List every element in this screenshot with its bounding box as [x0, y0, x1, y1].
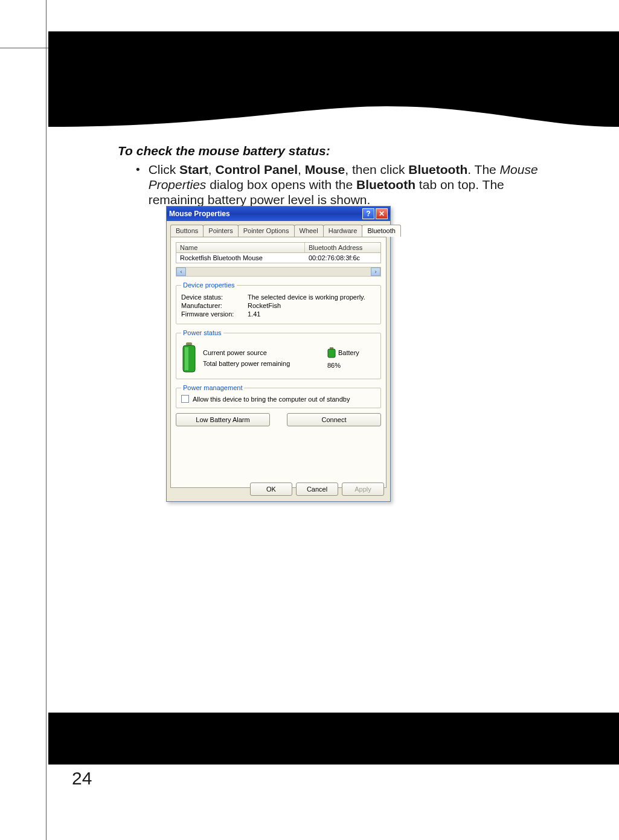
wake-checkbox[interactable]	[181, 395, 189, 403]
tab-wheel[interactable]: Wheel	[294, 225, 324, 237]
col-header-name[interactable]: Name	[176, 243, 305, 252]
header-curve	[48, 31, 619, 127]
power-source-label: Current power source	[203, 349, 321, 356]
tab-buttons[interactable]: Buttons	[170, 225, 204, 237]
tab-pointers[interactable]: Pointers	[203, 225, 238, 237]
svg-rect-4	[328, 349, 335, 357]
tab-pointer-options[interactable]: Pointer Options	[238, 225, 295, 237]
device-properties-legend: Device properties	[181, 281, 237, 289]
device-status-label: Device status:	[181, 293, 248, 301]
ok-button[interactable]: OK	[250, 483, 292, 496]
footer-band	[48, 713, 619, 765]
power-management-group: Power management Allow this device to br…	[176, 384, 381, 408]
device-properties-group: Device properties Device status:The sele…	[176, 281, 381, 324]
mouse-properties-dialog: Mouse Properties ? ✕ Buttons Pointers Po…	[166, 206, 391, 502]
low-battery-alarm-button[interactable]: Low Battery Alarm	[176, 413, 270, 426]
power-source-value: Battery	[338, 349, 359, 356]
apply-button[interactable]: Apply	[342, 483, 384, 496]
svg-rect-0	[186, 342, 192, 345]
header-band	[48, 31, 619, 127]
body-text: To check the mouse battery status: • Cli…	[118, 144, 540, 207]
manufacturer-label: Manufacturer:	[181, 302, 248, 309]
tab-hardware[interactable]: Hardware	[323, 225, 363, 237]
scroll-right-icon[interactable]: ›	[371, 268, 380, 276]
device-list-row[interactable]: Rocketfish Bluetooth Mouse 00:02:76:08:3…	[176, 253, 381, 263]
tab-panel-bluetooth: Name Bluetooth Address Rocketfish Blueto…	[170, 237, 386, 488]
battery-icon	[181, 342, 197, 374]
power-remaining-value: 86%	[327, 362, 341, 369]
manufacturer-value: RocketFish	[248, 302, 376, 309]
power-remaining-label: Total battery power remaining	[203, 360, 321, 367]
device-address: 00:02:76:08:3f:6c	[305, 253, 380, 263]
svg-rect-2	[185, 347, 188, 370]
horizontal-scrollbar[interactable]: ‹ ›	[176, 267, 381, 277]
bullet-text: Click Start, Control Panel, Mouse, then …	[149, 162, 540, 207]
power-status-group: Power status Current power source Total …	[176, 329, 381, 379]
col-header-address[interactable]: Bluetooth Address	[305, 243, 380, 252]
titlebar: Mouse Properties ? ✕	[167, 207, 390, 221]
device-status-value: The selected device is working properly.	[248, 293, 376, 301]
page-number: 24	[72, 768, 92, 789]
device-name: Rocketfish Bluetooth Mouse	[176, 253, 305, 263]
firmware-label: Firmware version:	[181, 310, 248, 318]
tab-strip: Buttons Pointers Pointer Options Wheel H…	[167, 221, 390, 237]
connect-button[interactable]: Connect	[287, 413, 381, 426]
device-list-header: Name Bluetooth Address	[176, 242, 381, 253]
dialog-title: Mouse Properties	[169, 210, 230, 218]
power-status-legend: Power status	[181, 329, 223, 336]
power-management-legend: Power management	[181, 384, 244, 391]
bullet-item: • Click Start, Control Panel, Mouse, the…	[136, 162, 540, 207]
wake-checkbox-label: Allow this device to bring the computer …	[193, 396, 350, 403]
help-button[interactable]: ?	[362, 208, 374, 219]
close-button[interactable]: ✕	[376, 208, 388, 219]
bullet-marker: •	[136, 162, 140, 207]
cancel-button[interactable]: Cancel	[296, 483, 338, 496]
firmware-value: 1.41	[248, 310, 376, 318]
page-frame-vertical	[46, 0, 47, 840]
section-heading: To check the mouse battery status:	[118, 144, 540, 158]
battery-small-icon	[327, 347, 336, 358]
tab-bluetooth[interactable]: Bluetooth	[362, 225, 400, 237]
scroll-left-icon[interactable]: ‹	[176, 268, 186, 276]
